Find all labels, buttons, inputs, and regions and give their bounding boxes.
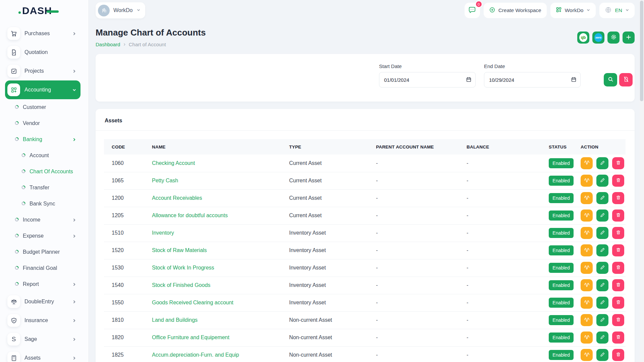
sidebar-item-accounting[interactable]: Accounting bbox=[5, 80, 80, 99]
sidebar-item-purchases[interactable]: Purchases bbox=[5, 24, 80, 43]
account-name-link[interactable]: Checking Account bbox=[152, 160, 195, 166]
account-name-link[interactable]: Office Furniture and Equipement bbox=[152, 335, 229, 340]
sidebar-item-report[interactable]: Report bbox=[5, 276, 80, 292]
activity-button[interactable] bbox=[581, 157, 593, 169]
account-name-link[interactable]: Accum.depreciation-Furn. and Equip bbox=[152, 352, 239, 358]
delete-button[interactable] bbox=[612, 279, 624, 291]
delete-button[interactable] bbox=[612, 192, 624, 204]
edit-button[interactable] bbox=[596, 209, 608, 222]
sidebar-item-vendor[interactable]: Vendor bbox=[5, 115, 80, 131]
sidebar-item-bank-sync[interactable]: Bank Sync bbox=[5, 196, 80, 212]
account-name-link[interactable]: Land and Buildings bbox=[152, 317, 198, 323]
edit-button[interactable] bbox=[596, 192, 608, 204]
edit-button[interactable] bbox=[596, 331, 608, 344]
start-date-input[interactable] bbox=[379, 72, 476, 87]
workspace-menu[interactable]: WorkDo bbox=[550, 3, 596, 18]
account-name-link[interactable]: Account Receivables bbox=[152, 195, 202, 201]
balance-cell: - bbox=[466, 311, 548, 329]
sidebar-item-banking[interactable]: Banking bbox=[5, 131, 80, 147]
sidebar-item-sage[interactable]: S Sage bbox=[5, 330, 80, 349]
account-name-link[interactable]: Stock of Finished Goods bbox=[152, 282, 210, 288]
sidebar-item-chart-of-accounts[interactable]: Chart Of Accounts bbox=[5, 164, 80, 180]
end-date-group: End Date bbox=[484, 63, 581, 87]
edit-button[interactable] bbox=[596, 349, 608, 361]
delete-button[interactable] bbox=[612, 157, 624, 169]
activity-button[interactable] bbox=[581, 209, 593, 222]
messages-button[interactable]: 0 bbox=[465, 3, 480, 18]
sidebar-item-quotation[interactable]: Quotation bbox=[5, 43, 80, 62]
account-name-link[interactable]: Stock of Raw Materials bbox=[152, 247, 207, 253]
delete-button[interactable] bbox=[612, 209, 624, 222]
activity-button[interactable] bbox=[581, 349, 593, 361]
activity-button[interactable] bbox=[581, 331, 593, 344]
account-name-link[interactable]: Stock of Work In Progress bbox=[152, 265, 214, 270]
language-selector[interactable]: EN bbox=[599, 3, 635, 18]
clear-filter-button[interactable] bbox=[619, 73, 633, 86]
account-name-link[interactable]: Inventory bbox=[152, 230, 174, 236]
parent-cell: - bbox=[376, 155, 466, 172]
sidebar-item-doubleentry[interactable]: DoubleEntry bbox=[5, 292, 80, 311]
delete-button[interactable] bbox=[612, 331, 624, 344]
delete-button[interactable] bbox=[612, 349, 624, 361]
sidebar-item-income[interactable]: Income bbox=[5, 212, 80, 228]
plus-icon bbox=[626, 34, 632, 41]
sidebar-item-financial-goal[interactable]: Financial Goal bbox=[5, 260, 80, 276]
activity-button[interactable] bbox=[581, 297, 593, 309]
apply-filter-button[interactable] bbox=[604, 73, 617, 86]
sidebar-item-insurance[interactable]: Insurance bbox=[5, 311, 80, 330]
activity-button[interactable] bbox=[581, 244, 593, 256]
delete-button[interactable] bbox=[612, 175, 624, 187]
edit-button[interactable] bbox=[596, 157, 608, 169]
delete-button[interactable] bbox=[612, 244, 624, 256]
end-date-input[interactable] bbox=[484, 72, 581, 87]
sidebar-item-assets[interactable]: Assets bbox=[5, 349, 80, 362]
account-name-link[interactable]: Goods Received Clearing account bbox=[152, 300, 233, 305]
edit-button[interactable] bbox=[596, 297, 608, 309]
sidebar-item-customer[interactable]: Customer bbox=[5, 99, 80, 115]
edit-button[interactable] bbox=[596, 244, 608, 256]
table-row: 1540 Stock of Finished Goods Inventory A… bbox=[104, 277, 626, 294]
account-name-link[interactable]: Petty Cash bbox=[152, 178, 178, 183]
delete-button[interactable] bbox=[612, 227, 624, 239]
edit-button[interactable] bbox=[596, 279, 608, 291]
activity-button[interactable] bbox=[581, 314, 593, 326]
delete-button[interactable] bbox=[612, 297, 624, 309]
bullet-icon bbox=[15, 120, 19, 126]
workspace-selector[interactable]: WorkDo bbox=[96, 2, 145, 18]
sidebar-item-expense[interactable]: Expense bbox=[5, 228, 80, 244]
sidebar-item-account[interactable]: Account bbox=[5, 147, 80, 164]
activity-button[interactable] bbox=[581, 192, 593, 204]
delete-button[interactable] bbox=[612, 314, 624, 326]
sidebar-item-transfer[interactable]: Transfer bbox=[5, 180, 80, 196]
activity-button[interactable] bbox=[581, 279, 593, 291]
chevron-right-icon bbox=[72, 300, 76, 304]
edit-button[interactable] bbox=[596, 262, 608, 274]
account-name-link[interactable]: Allowance for doubtful accounts bbox=[152, 213, 228, 218]
quickbooks-button[interactable]: qb bbox=[577, 32, 589, 44]
balance-cell: - bbox=[466, 277, 548, 294]
parent-cell: - bbox=[376, 207, 466, 224]
plus-circle-icon bbox=[489, 7, 495, 14]
delete-button[interactable] bbox=[612, 262, 624, 274]
sidebar-item-projects[interactable]: Projects bbox=[5, 62, 80, 80]
activity-button[interactable] bbox=[581, 262, 593, 274]
edit-button[interactable] bbox=[596, 227, 608, 239]
code-cell: 1825 bbox=[104, 346, 152, 362]
activity-button[interactable] bbox=[581, 175, 593, 187]
code-cell: 1060 bbox=[104, 155, 152, 172]
window-scrollbar[interactable] bbox=[639, 0, 644, 362]
status-badge: Enabled bbox=[549, 210, 574, 221]
breadcrumb-dashboard-link[interactable]: Dashboard bbox=[96, 42, 120, 47]
create-workspace-button[interactable]: Create Workspace bbox=[484, 3, 547, 18]
settings-button[interactable] bbox=[607, 32, 620, 44]
parent-cell: - bbox=[376, 189, 466, 207]
activity-button[interactable] bbox=[581, 227, 593, 239]
scrollbar-thumb[interactable] bbox=[640, 1, 643, 101]
xero-button[interactable]: xero bbox=[592, 32, 604, 44]
add-button[interactable] bbox=[623, 32, 635, 44]
edit-button[interactable] bbox=[596, 175, 608, 187]
edit-button[interactable] bbox=[596, 314, 608, 326]
xero-icon: xero bbox=[594, 33, 602, 42]
sidebar-item-budget-planner[interactable]: Budget Planner bbox=[5, 244, 80, 260]
balance-cell: - bbox=[466, 172, 548, 189]
